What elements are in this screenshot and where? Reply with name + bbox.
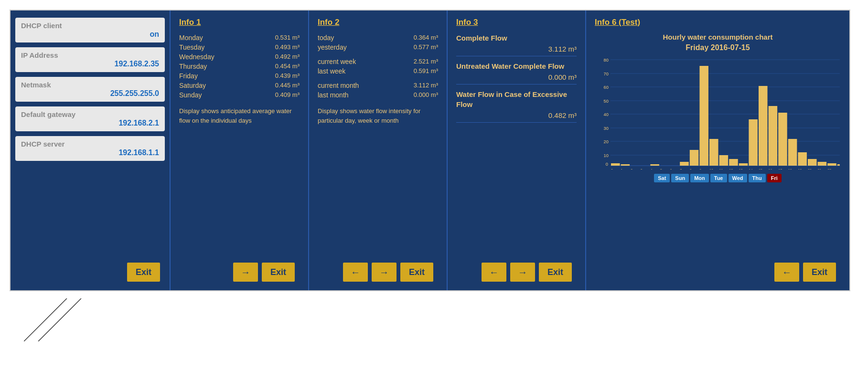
info1-value-0: 0.531 m³	[275, 34, 300, 42]
exit-button-info1[interactable]: Exit	[262, 263, 295, 282]
day-tab-sat[interactable]: Sat	[654, 174, 670, 182]
exit-button-info3[interactable]: Exit	[539, 263, 572, 282]
info3-footer: ← → Exit	[456, 259, 577, 285]
panel-info2: Info 2 today 0.364 m³ yesterday 0.577 m³…	[309, 11, 448, 290]
info2-label-last-week: last week	[318, 67, 345, 75]
svg-text:5: 5	[660, 169, 662, 169]
nav-next-button-info2[interactable]: →	[372, 263, 396, 282]
svg-line-66	[38, 298, 81, 341]
day-tab-wed[interactable]: Wed	[729, 174, 747, 182]
diagonal-lines-svg	[24, 298, 110, 341]
flow-section-2: Water Flow in Case of Excessive Flow 0.4…	[456, 89, 577, 123]
svg-text:22: 22	[827, 169, 831, 169]
dhcp-server-value: 192.168.1.1	[21, 148, 159, 157]
nav-next-button-info3[interactable]: →	[510, 263, 535, 282]
netmask-label: Netmask	[21, 81, 51, 89]
svg-rect-29	[719, 155, 729, 166]
info2-row-cur-week: current week 2.521 m³	[318, 57, 438, 66]
flow-section-1: Untreated Water Complete Flow 0.000 m³	[456, 61, 577, 85]
svg-rect-32	[749, 119, 758, 166]
svg-text:19: 19	[798, 169, 802, 169]
chart-title: Hourly water consumption chart	[595, 33, 841, 41]
network-footer: Exit	[15, 259, 165, 285]
panel-info6: Info 6 (Test) Hourly water consumption c…	[586, 11, 849, 290]
day-tab-fri[interactable]: Fri	[767, 174, 782, 182]
svg-text:0: 0	[606, 162, 608, 167]
panel-info3: Info 3 Complete Flow 3.112 m³ Untreated …	[448, 11, 586, 290]
svg-text:16: 16	[769, 169, 772, 169]
dhcp-server-label: DHCP server	[21, 140, 64, 148]
day-tabs: Sat Sun Mon Tue Wed Thu Fri	[595, 174, 841, 182]
info6-footer: ← Exit	[595, 259, 841, 285]
info1-value-3: 0.454 m³	[275, 63, 300, 70]
nav-next-button-info1[interactable]: →	[233, 263, 258, 282]
info1-value-5: 0.445 m³	[275, 82, 300, 89]
gateway-value: 192.168.2.1	[21, 119, 159, 127]
info3-title: Info 3	[456, 18, 577, 27]
day-tab-tue[interactable]: Tue	[710, 174, 727, 182]
svg-text:20: 20	[604, 139, 609, 144]
info1-label-3: Thursday	[179, 63, 207, 70]
dhcp-label: DHCP client	[21, 21, 62, 30]
svg-rect-28	[709, 139, 718, 166]
day-tab-mon[interactable]: Mon	[690, 174, 709, 182]
flow-section-0: Complete Flow 3.112 m³	[456, 33, 577, 56]
ip-value: 192.168.2.35	[21, 60, 159, 68]
nav-prev-button-info3[interactable]: ←	[482, 263, 506, 282]
info1-label-1: Tuesday	[179, 43, 204, 51]
info1-label-2: Wednesday	[179, 53, 214, 61]
info1-label-4: Friday	[179, 72, 198, 80]
info2-label-today: today	[318, 34, 334, 42]
flow-title-0: Complete Flow	[456, 33, 577, 43]
info2-footer: ← → Exit	[318, 259, 438, 285]
flow-title-1: Untreated Water Complete Flow	[456, 61, 577, 71]
network-item-gateway: Default gateway 192.168.2.1	[15, 106, 165, 131]
svg-text:0: 0	[611, 169, 613, 169]
info1-row-5: Saturday 0.445 m³	[179, 81, 300, 90]
svg-text:9: 9	[699, 169, 701, 169]
chart-svg-wrap: 80 70 60 50 40 30 20 10 0	[595, 55, 841, 171]
info1-value-4: 0.439 m³	[275, 72, 300, 80]
info2-value-yesterday: 0.577 m³	[414, 43, 438, 51]
info1-label-0: Monday	[179, 34, 203, 42]
nav-prev-button-info6[interactable]: ←	[774, 263, 799, 282]
info2-row-last-week: last week 0.591 m³	[318, 66, 438, 76]
info2-label-last-month: last month	[318, 91, 349, 99]
info1-value-2: 0.492 m³	[275, 53, 300, 61]
info1-footer: → Exit	[179, 259, 300, 285]
exit-button-info2[interactable]: Exit	[400, 263, 433, 282]
day-tab-sun[interactable]: Sun	[671, 174, 689, 182]
info6-title: Info 6 (Test)	[595, 18, 841, 27]
svg-text:14: 14	[749, 169, 752, 169]
exit-button-info6[interactable]: Exit	[803, 263, 836, 282]
info2-title: Info 2	[318, 18, 438, 27]
svg-rect-39	[818, 162, 827, 166]
svg-rect-35	[778, 113, 787, 166]
info1-row-3: Thursday 0.454 m³	[179, 62, 300, 71]
svg-rect-18	[611, 163, 620, 166]
netmask-value: 255.255.255.0	[21, 89, 159, 98]
svg-text:17: 17	[778, 169, 782, 169]
svg-text:7: 7	[680, 169, 682, 169]
svg-text:3: 3	[641, 169, 643, 169]
nav-prev-button-info2[interactable]: ←	[343, 263, 368, 282]
day-tab-thu[interactable]: Thu	[749, 174, 766, 182]
svg-rect-22	[650, 164, 659, 166]
bar-chart-svg: 80 70 60 50 40 30 20 10 0	[595, 55, 841, 169]
info2-label-cur-week: current week	[318, 58, 356, 65]
svg-text:10: 10	[604, 153, 609, 158]
svg-text:15: 15	[759, 169, 762, 169]
chart-date: Friday 2016-07-15	[595, 43, 841, 52]
main-container: DHCP client on IP Address 192.168.2.35 N…	[10, 10, 850, 291]
svg-rect-38	[808, 159, 817, 166]
svg-text:50: 50	[604, 99, 609, 104]
svg-rect-31	[739, 163, 748, 166]
info1-title: Info 1	[179, 18, 300, 27]
svg-text:1: 1	[621, 169, 623, 169]
svg-line-65	[24, 298, 67, 341]
svg-rect-40	[827, 163, 836, 166]
panel-info1: Info 1 Monday 0.531 m³ Tuesday 0.493 m³ …	[171, 11, 309, 290]
exit-button-network[interactable]: Exit	[127, 263, 160, 282]
svg-text:13: 13	[739, 169, 743, 169]
info2-row-yesterday: yesterday 0.577 m³	[318, 42, 438, 52]
